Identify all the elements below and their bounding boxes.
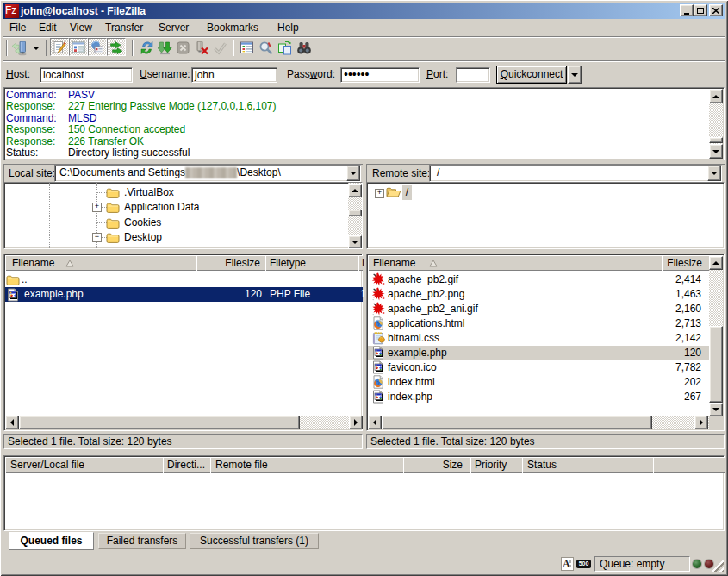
- svg-text:A: A: [563, 558, 570, 570]
